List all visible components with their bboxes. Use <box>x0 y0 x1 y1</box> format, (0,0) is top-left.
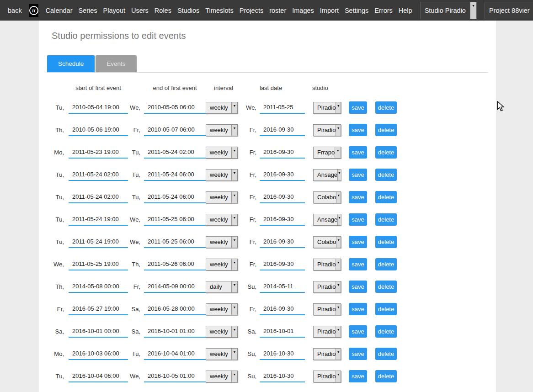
studio-dropdown[interactable]: Studio Piradio ▼ <box>420 2 477 19</box>
start-input[interactable] <box>69 147 128 159</box>
chevron-down-icon[interactable]: ▼ <box>231 192 237 203</box>
last-date-input[interactable] <box>260 303 305 315</box>
chevron-down-icon[interactable]: ▼ <box>335 147 341 158</box>
chevron-down-icon[interactable]: ▼ <box>336 259 341 270</box>
save-button[interactable]: save <box>349 348 367 360</box>
studio-select[interactable]: Ansage ▼ <box>313 169 341 181</box>
last-date-input[interactable] <box>260 214 305 226</box>
interval-select[interactable]: weekly ▼ <box>206 102 238 114</box>
chevron-down-icon[interactable]: ▼ <box>336 192 341 203</box>
chevron-down-icon[interactable]: ▼ <box>336 371 341 382</box>
end-input[interactable] <box>144 348 206 360</box>
start-input[interactable] <box>69 169 128 181</box>
nav-item-settings[interactable]: Settings <box>345 7 368 14</box>
save-button[interactable]: save <box>349 213 367 226</box>
chevron-down-icon[interactable]: ▼ <box>231 349 237 360</box>
start-input[interactable] <box>69 191 128 203</box>
delete-button[interactable]: delete <box>375 303 397 315</box>
end-input[interactable] <box>144 303 206 315</box>
end-input[interactable] <box>144 124 206 136</box>
nav-back-link[interactable]: back <box>8 7 22 14</box>
delete-button[interactable]: delete <box>375 348 397 360</box>
tab-events[interactable]: Events <box>96 55 136 72</box>
nav-item-help[interactable]: Help <box>399 7 412 14</box>
start-input[interactable] <box>69 124 128 136</box>
interval-select[interactable]: weekly ▼ <box>206 214 238 226</box>
nav-item-playout[interactable]: Playout <box>103 7 125 14</box>
chevron-down-icon[interactable]: ▼ <box>336 125 341 136</box>
interval-select[interactable]: weekly ▼ <box>206 124 238 136</box>
start-input[interactable] <box>69 102 128 114</box>
delete-button[interactable]: delete <box>375 258 397 270</box>
save-button[interactable]: save <box>349 169 367 181</box>
interval-select[interactable]: weekly ▼ <box>206 169 238 181</box>
last-date-input[interactable] <box>260 191 305 203</box>
delete-button[interactable]: delete <box>375 213 397 226</box>
chevron-down-icon[interactable]: ▼ <box>337 214 341 225</box>
studio-select[interactable]: Piradio ▼ <box>313 371 341 382</box>
save-button[interactable]: save <box>349 236 367 248</box>
chevron-down-icon[interactable]: ▼ <box>231 326 237 337</box>
chevron-down-icon[interactable]: ▼ <box>336 102 341 113</box>
chevron-down-icon[interactable]: ▼ <box>336 281 341 292</box>
end-input[interactable] <box>144 191 206 203</box>
end-input[interactable] <box>144 259 206 270</box>
interval-select[interactable]: weekly ▼ <box>206 348 238 360</box>
last-date-input[interactable] <box>260 236 305 248</box>
piradio-logo-icon[interactable]: π <box>29 4 38 17</box>
delete-button[interactable]: delete <box>375 370 397 382</box>
start-input[interactable] <box>69 236 128 248</box>
start-input[interactable] <box>69 303 128 315</box>
start-input[interactable] <box>69 326 128 338</box>
studio-select[interactable]: Piradio ▼ <box>313 102 341 114</box>
start-input[interactable] <box>69 348 128 360</box>
save-button[interactable]: save <box>349 101 367 114</box>
interval-select[interactable]: weekly ▼ <box>206 326 238 338</box>
chevron-down-icon[interactable]: ▼ <box>231 281 237 292</box>
start-input[interactable] <box>69 214 128 226</box>
last-date-input[interactable] <box>260 169 305 181</box>
chevron-down-icon[interactable]: ▼ <box>231 125 237 136</box>
delete-button[interactable]: delete <box>375 325 397 338</box>
end-input[interactable] <box>144 326 206 338</box>
save-button[interactable]: save <box>349 281 367 293</box>
chevron-down-icon[interactable]: ▼ <box>231 170 237 180</box>
end-input[interactable] <box>144 214 206 226</box>
last-date-input[interactable] <box>260 124 305 136</box>
chevron-down-icon[interactable]: ▼ <box>231 304 237 315</box>
chevron-down-icon[interactable]: ▼ <box>231 259 237 270</box>
chevron-down-icon[interactable]: ▼ <box>470 2 476 19</box>
end-input[interactable] <box>144 236 206 248</box>
delete-button[interactable]: delete <box>375 124 397 136</box>
nav-item-images[interactable]: Images <box>292 7 314 14</box>
delete-button[interactable]: delete <box>375 146 397 159</box>
interval-select[interactable]: weekly ▼ <box>206 191 238 203</box>
save-button[interactable]: save <box>349 191 367 203</box>
end-input[interactable] <box>144 371 206 382</box>
interval-select[interactable]: weekly ▼ <box>206 303 238 315</box>
nav-item-errors[interactable]: Errors <box>374 7 392 14</box>
last-date-input[interactable] <box>260 147 305 159</box>
tab-schedule[interactable]: Schedule <box>47 55 95 72</box>
last-date-input[interactable] <box>260 326 305 338</box>
studio-select[interactable]: Piradio ▼ <box>313 259 341 270</box>
last-date-input[interactable] <box>260 371 305 382</box>
delete-button[interactable]: delete <box>375 169 397 181</box>
chevron-down-icon[interactable]: ▼ <box>231 237 237 248</box>
interval-select[interactable]: weekly ▼ <box>206 147 238 159</box>
studio-select[interactable]: Frrapo ▼ <box>313 147 341 159</box>
chevron-down-icon[interactable]: ▼ <box>336 304 341 315</box>
save-button[interactable]: save <box>349 325 367 338</box>
delete-button[interactable]: delete <box>375 281 397 293</box>
end-input[interactable] <box>144 102 206 114</box>
delete-button[interactable]: delete <box>375 236 397 248</box>
chevron-down-icon[interactable]: ▼ <box>231 371 237 382</box>
interval-select[interactable]: weekly ▼ <box>206 259 238 270</box>
studio-select[interactable]: Colabo ▼ <box>313 236 341 248</box>
nav-item-import[interactable]: Import <box>320 7 339 14</box>
save-button[interactable]: save <box>349 146 367 159</box>
nav-item-users[interactable]: Users <box>131 7 149 14</box>
end-input[interactable] <box>144 169 206 181</box>
save-button[interactable]: save <box>349 124 367 136</box>
last-date-input[interactable] <box>260 281 305 293</box>
